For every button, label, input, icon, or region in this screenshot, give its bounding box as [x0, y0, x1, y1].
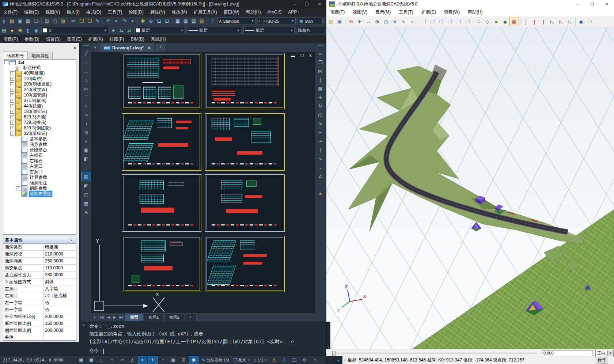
road-edit-icon[interactable]: ∫: [530, 17, 539, 26]
text-style-combo[interactable]: AStandard▼: [217, 18, 255, 25]
polyline-icon[interactable]: ﹏: [82, 67, 91, 75]
menu-icon[interactable]: ≡: [310, 356, 320, 364]
layout-tab-new[interactable]: +: [185, 314, 197, 321]
property-row[interactable]: 涵洞跨径 210.0000: [3, 251, 76, 258]
project-menu-item[interactable]: 排图(P): [106, 35, 128, 43]
new-doc-button[interactable]: +: [156, 44, 164, 51]
menu-item[interactable]: 工具(T): [105, 8, 125, 16]
slider-handle[interactable]: [332, 351, 336, 356]
dim-style-combo[interactable]: ⟷ISO-25▼: [258, 18, 296, 25]
view-bottom-icon[interactable]: ❒: [428, 17, 437, 26]
tree-expander[interactable]: +: [10, 99, 14, 103]
shaded-icon[interactable]: ◆: [501, 17, 509, 26]
fillet-icon[interactable]: ⌒: [316, 181, 325, 189]
annotation-monitor-icon[interactable]: ▣: [189, 356, 198, 364]
project-menu-item[interactable]: 项目(P): [0, 35, 21, 43]
tree-expander[interactable]: +: [10, 71, 14, 75]
region-icon[interactable]: ▢: [82, 190, 91, 199]
tab-project-properties[interactable]: 项目属性: [28, 52, 53, 60]
zoom-time-icon[interactable]: ◷: [382, 17, 390, 26]
menu-item[interactable]: 编辑(E): [21, 8, 42, 16]
copy-icon[interactable]: ❐: [316, 58, 325, 67]
menu-item[interactable]: 视图(V): [42, 8, 63, 16]
break-icon[interactable]: ∿: [316, 154, 325, 163]
panel-close-icon[interactable]: ✕: [73, 45, 77, 50]
selection-cycling-icon[interactable]: ⊞: [179, 356, 188, 364]
save-icon[interactable]: ▣: [335, 17, 344, 26]
layout-tab-model[interactable]: 模型: [125, 314, 143, 321]
osnap-icon[interactable]: ⌖: [138, 356, 147, 364]
tree-expander[interactable]: +: [10, 93, 14, 97]
join-icon[interactable]: ⌣: [316, 163, 325, 172]
redo-icon[interactable]: ↷: [120, 17, 128, 25]
tree-item[interactable]: + 440(拱涵): [3, 103, 76, 109]
ellipse-icon[interactable]: ⊙: [82, 128, 91, 137]
bim-minimize-button[interactable]: ─: [570, 0, 585, 8]
menu-item[interactable]: ArcGIS: [264, 8, 285, 16]
surface-icon[interactable]: ◺: [548, 17, 557, 26]
gradient-icon[interactable]: ◩: [82, 181, 91, 190]
annotation-visibility-icon[interactable]: ♙: [269, 356, 279, 364]
layer-previous-icon[interactable]: ⇆: [117, 26, 125, 34]
menu-item[interactable]: 帮助(H): [243, 8, 264, 16]
transparency-icon[interactable]: ▩: [168, 356, 178, 364]
autoscale-icon[interactable]: ♙: [280, 356, 289, 364]
redo-drop-icon[interactable]: ▾: [128, 17, 136, 25]
scale-icon[interactable]: ◱: [316, 110, 325, 119]
make-object-layer-current-icon[interactable]: ≡: [109, 26, 117, 34]
property-row[interactable]: 基底容许应力 280.0000: [3, 272, 76, 278]
document-tab[interactable]: DWG Drawing1.dwg* ✕: [101, 43, 154, 52]
maximize-button[interactable]: ☐: [301, 0, 313, 8]
arc-icon[interactable]: ⌒: [82, 93, 91, 102]
zoom-extents-icon[interactable]: ⊕: [373, 17, 382, 26]
layout-menu-icon[interactable]: ▲: [91, 315, 98, 319]
plot-icon[interactable]: ▤: [43, 17, 51, 25]
layer-combo[interactable]: 0▼: [41, 27, 108, 34]
layer-translate-icon[interactable]: ⇄: [125, 26, 133, 34]
revcloud-icon[interactable]: ∿: [82, 110, 91, 119]
stretch-icon[interactable]: ⇲: [316, 119, 325, 128]
polar-icon[interactable]: ◔: [107, 356, 117, 364]
bim-menu-item[interactable]: 扩展(E): [417, 9, 440, 15]
polygon-icon[interactable]: ⌂: [82, 75, 91, 84]
tree-item[interactable]: + 240(波纹管): [3, 87, 76, 92]
light-icon[interactable]: ❍: [585, 17, 594, 26]
saveas-icon[interactable]: ▦: [24, 17, 32, 25]
cut-icon[interactable]: ✂: [69, 17, 77, 25]
color-combo[interactable]: 随层▼: [134, 27, 185, 34]
break-at-point-icon[interactable]: ∣: [316, 145, 325, 154]
road-check-icon[interactable]: ∫: [539, 17, 548, 26]
lineweight-icon[interactable]: ≡: [158, 356, 168, 364]
open-icon[interactable]: ▨: [8, 17, 16, 25]
insert-block-icon[interactable]: ▣: [82, 145, 91, 154]
tree-expander[interactable]: −: [4, 60, 8, 64]
fly-up-icon[interactable]: ↯: [390, 17, 399, 26]
tree-item[interactable]: + 629.3(拱涵): [3, 114, 76, 120]
menu-item[interactable]: 绘图(D): [125, 8, 147, 16]
drawing-canvas[interactable]: ▬ ❐ ✕ Y X: [91, 52, 315, 313]
tree-expander[interactable]: +: [10, 104, 14, 108]
layout-tab-layout1[interactable]: 布局1: [144, 314, 163, 321]
workspace-icon[interactable]: ❏: [290, 356, 299, 364]
annotation-scale-combo[interactable]: ♙1:1▼: [253, 358, 267, 363]
tree-item[interactable]: 分段错台: [3, 147, 76, 153]
point-display-icon[interactable]: ∷: [474, 17, 483, 26]
bim-menu-item[interactable]: 视图(V): [349, 9, 371, 15]
property-row[interactable]: 涵洞类型 暗板涵: [3, 244, 76, 251]
layer-new-icon[interactable]: ▯: [24, 26, 32, 34]
table-style-combo[interactable]: ▦Stan: [298, 18, 323, 25]
pan-icon[interactable]: ✚: [139, 17, 147, 25]
layer-settings-icon[interactable]: ❋: [16, 26, 24, 34]
project-menu-item[interactable]: 图表(E): [64, 35, 85, 43]
tree-expander[interactable]: +: [10, 88, 14, 92]
tree-item[interactable]: − 320(暗板涵): [3, 131, 76, 136]
command-close-icon[interactable]: ✕: [83, 323, 85, 327]
project-menu-item[interactable]: 参数(D): [21, 35, 43, 43]
tree-item[interactable]: 左帽石: [3, 153, 76, 158]
property-row[interactable]: 右一字墙 否: [3, 306, 76, 313]
open-icon[interactable]: ▨: [326, 17, 335, 26]
panel-menu-icon[interactable]: ≡: [337, 358, 340, 363]
command-panel[interactable]: ✕ 命令: '_.zoom指定窗口的角点，输入比例因子 (nX 或 nXP)，或…: [81, 321, 326, 356]
preview-icon[interactable]: ◫: [51, 17, 59, 25]
view-front-icon[interactable]: ❒: [454, 17, 463, 26]
